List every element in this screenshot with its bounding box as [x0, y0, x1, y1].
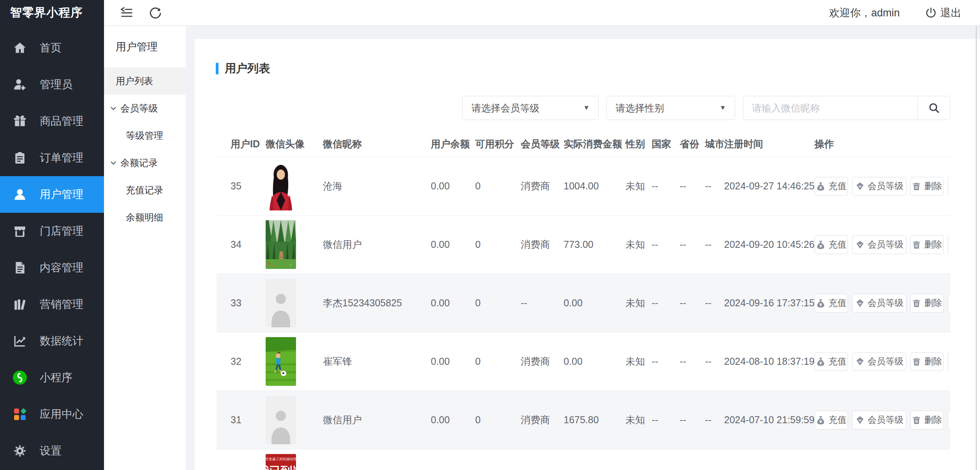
sidebar-item-label: 设置 — [40, 443, 62, 458]
cell-nickname: 沧海 — [309, 180, 417, 193]
cell-level: 消费商 — [507, 413, 550, 426]
delete-button[interactable]: 删除 — [910, 177, 944, 196]
submenu-item-member-level[interactable]: 会员等级 — [104, 95, 186, 122]
cell-province: -- — [666, 297, 691, 309]
clipped-action-button[interactable] — [948, 294, 950, 313]
caret-down-icon: ▼ — [583, 104, 590, 112]
cell-country: -- — [638, 297, 666, 309]
clipped-action-button[interactable] — [948, 177, 950, 196]
line-chart-icon — [12, 333, 28, 349]
member-level-select[interactable]: 请选择会员等级 ▼ — [462, 96, 599, 120]
sidebar-item-label: 数据统计 — [40, 334, 83, 348]
recharge-button[interactable]: 充值 — [814, 177, 848, 196]
cell-consumption: 0.00 — [550, 297, 612, 309]
power-icon — [925, 7, 937, 19]
clipboard-icon — [12, 150, 28, 166]
submenu-item-balance-records[interactable]: 余额记录 — [104, 149, 186, 177]
logout-label: 退出 — [940, 6, 961, 20]
cell-points: 0 — [461, 414, 507, 426]
delete-button[interactable]: 删除 — [910, 235, 944, 254]
search-button[interactable] — [917, 96, 950, 120]
submenu-item-recharge-records[interactable]: 充值记录 — [104, 177, 186, 204]
cell-level: 消费商 — [507, 238, 550, 251]
sidebar-item-admin[interactable]: 管理员 — [0, 66, 104, 103]
table-header: 用户ID 微信头像 微信昵称 用户余额 可用积分 会员等级 实际消费金额 性别 … — [217, 131, 950, 157]
recharge-button[interactable]: 充值 — [814, 352, 848, 371]
cell-nickname: 李杰15234305825 — [309, 297, 417, 309]
trash-icon — [912, 182, 921, 191]
cell-consumption: 1675.80 — [550, 414, 612, 426]
submenu-item-level-management[interactable]: 等级管理 — [104, 122, 186, 149]
sidebar-item-stores[interactable]: 门店管理 — [0, 213, 104, 249]
cell-nickname: 微信用户 — [309, 238, 417, 251]
member-level-label: 会员等级 — [868, 180, 904, 192]
submenu-item-user-list[interactable]: 用户列表 — [104, 67, 186, 95]
cell-gender: 未知 — [612, 238, 638, 251]
sidebar-item-home[interactable]: 首页 — [0, 30, 104, 66]
delete-label: 删除 — [924, 355, 942, 368]
col-registered: 注册时间 — [710, 138, 800, 150]
sidebar-item-marketing[interactable]: 营销管理 — [0, 286, 104, 323]
cell-country: -- — [638, 239, 666, 250]
caret-down-icon: ▼ — [719, 104, 726, 112]
refresh-icon[interactable] — [147, 4, 164, 21]
submenu-item-balance-details[interactable]: 余额明细 — [104, 204, 186, 231]
search-input[interactable] — [743, 96, 917, 120]
delete-button[interactable]: 删除 — [910, 294, 944, 313]
recharge-label: 充值 — [828, 297, 846, 309]
cell-registered: 2024-08-10 18:37:19 — [710, 356, 800, 367]
cell-actions: 充值 会员等级 删除 — [800, 294, 950, 313]
cell-city: -- — [691, 297, 710, 309]
scrollbar-track-line[interactable] — [976, 26, 977, 470]
member-level-button[interactable]: 会员等级 — [852, 294, 906, 313]
cell-user-id: 34 — [217, 239, 252, 250]
recharge-button[interactable]: 充值 — [814, 294, 848, 313]
cell-province: -- — [666, 180, 691, 192]
sidebar-item-content[interactable]: 内容管理 — [0, 249, 104, 286]
sidebar-item-statistics[interactable]: 数据统计 — [0, 323, 104, 359]
money-bag-icon — [816, 415, 825, 425]
cell-user-id: 33 — [217, 297, 252, 309]
cell-actions: 充值 会员等级 删除 — [800, 177, 950, 196]
chevron-down-icon — [109, 158, 118, 168]
member-level-button[interactable]: 会员等级 — [852, 235, 906, 254]
avatar-placeholder — [266, 396, 296, 444]
sidebar-item-users[interactable]: 用户管理 — [0, 176, 104, 213]
cell-balance: 0.00 — [417, 297, 461, 309]
recharge-button[interactable]: 充值 — [814, 411, 848, 429]
clipped-action-button[interactable] — [948, 352, 950, 371]
member-level-button[interactable]: 会员等级 — [852, 411, 906, 429]
sidebar-item-app-center[interactable]: 应用中心 — [0, 396, 104, 433]
gear-icon — [12, 443, 28, 459]
gem-icon — [855, 240, 865, 249]
clipped-action-button[interactable] — [948, 235, 950, 254]
cell-points: 0 — [461, 239, 507, 250]
sidebar-item-settings[interactable]: 设置 — [0, 433, 104, 469]
sidebar: 智零界小程序 首页 管理员 商品管理 — [0, 0, 104, 470]
home-icon — [12, 40, 28, 56]
sidebar-item-orders[interactable]: 订单管理 — [0, 140, 104, 176]
table-row: 33 李杰15234305825 0.00 0 -- 0.00 未知 -- --… — [217, 274, 950, 332]
trash-icon — [912, 357, 921, 366]
store-icon — [12, 223, 28, 239]
clipped-action-button[interactable] — [948, 411, 950, 429]
sidebar-item-products[interactable]: 商品管理 — [0, 103, 104, 140]
logout-button[interactable]: 退出 — [925, 6, 961, 20]
col-city: 城市 — [691, 138, 710, 150]
delete-button[interactable]: 删除 — [910, 411, 944, 429]
member-level-button[interactable]: 会员等级 — [852, 352, 906, 371]
document-icon — [12, 260, 28, 276]
delete-button[interactable]: 删除 — [910, 352, 944, 371]
collapse-menu-icon[interactable] — [118, 4, 135, 21]
gender-select[interactable]: 请选择性别 ▼ — [606, 96, 735, 120]
cell-registered: 2024-09-27 14:46:25 — [710, 180, 800, 192]
filter-bar: 请选择会员等级 ▼ 请选择性别 ▼ — [217, 96, 950, 120]
sidebar-item-miniprogram[interactable]: 小程序 — [0, 359, 104, 396]
submenu-title: 用户管理 — [104, 26, 186, 67]
sidebar-item-label: 商品管理 — [40, 114, 83, 129]
delete-label: 删除 — [924, 297, 942, 309]
member-level-button[interactable]: 会员等级 — [852, 177, 906, 196]
delete-label: 删除 — [924, 180, 942, 192]
cell-country: -- — [638, 356, 666, 367]
recharge-button[interactable]: 充值 — [814, 235, 848, 254]
